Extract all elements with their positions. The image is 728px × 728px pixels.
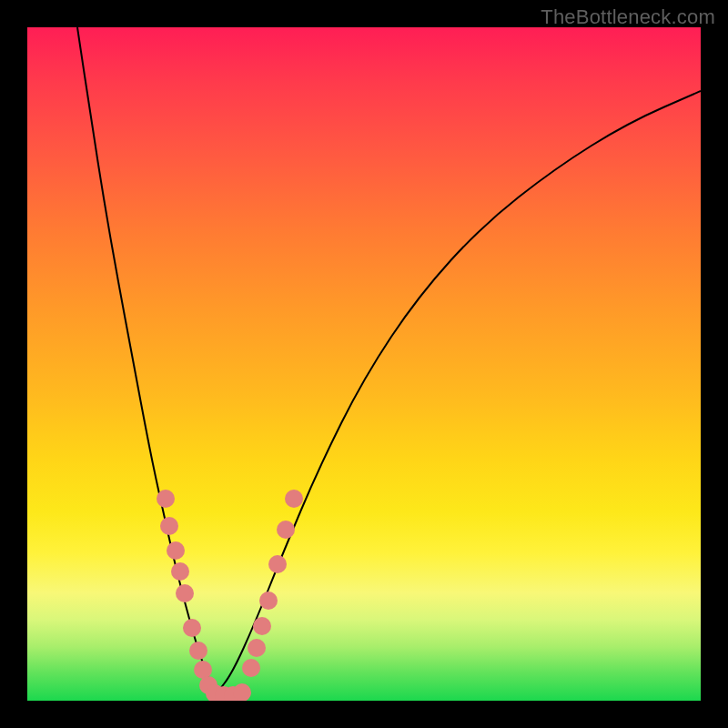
- data-dot-left: [176, 584, 194, 602]
- data-dot-right: [242, 659, 260, 677]
- curve-right: [217, 91, 701, 693]
- data-dot-bottom: [233, 683, 251, 701]
- data-dot-right: [253, 617, 271, 635]
- data-dot-left: [183, 619, 201, 637]
- chart-svg: [27, 27, 701, 701]
- data-dot-left: [189, 642, 207, 660]
- data-dot-left: [194, 661, 212, 679]
- plot-background: [27, 27, 701, 701]
- data-dot-left: [171, 562, 189, 581]
- curve-left: [77, 27, 217, 693]
- data-dot-right: [259, 592, 278, 610]
- chart-frame: TheBottleneck.com: [0, 0, 728, 728]
- data-dot-right: [277, 521, 295, 539]
- data-dot-left: [157, 490, 175, 508]
- watermark-text: TheBottleneck.com: [541, 5, 715, 29]
- data-dot-left: [167, 541, 185, 560]
- data-dot-left: [160, 517, 178, 535]
- data-dot-right: [268, 555, 287, 573]
- data-dot-right: [248, 639, 266, 657]
- data-dot-right: [285, 490, 303, 508]
